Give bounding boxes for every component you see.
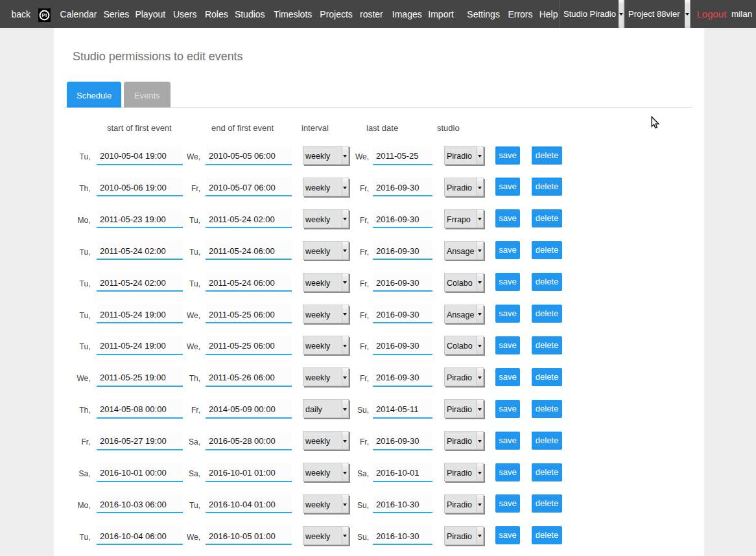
svg-text:PI: PI	[41, 12, 47, 18]
